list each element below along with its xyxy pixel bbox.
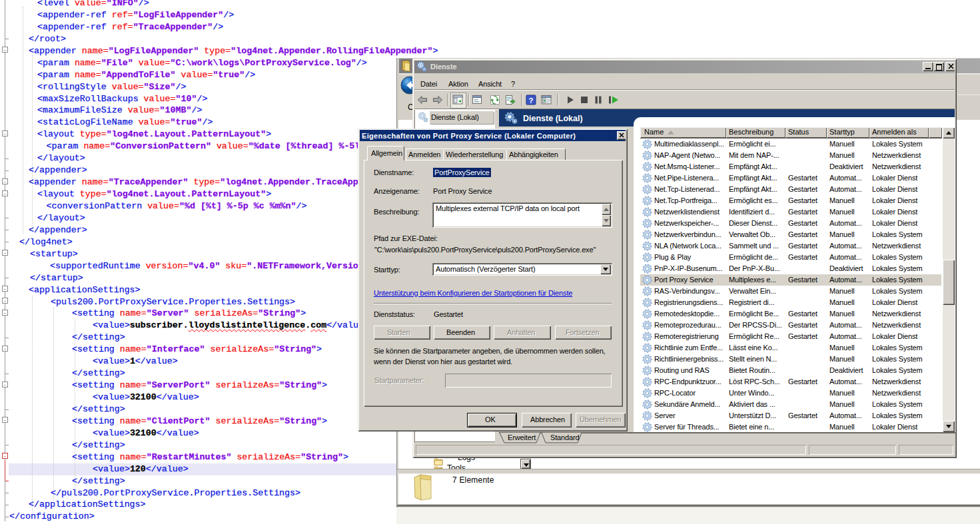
svg-text:?: ? (528, 97, 533, 105)
